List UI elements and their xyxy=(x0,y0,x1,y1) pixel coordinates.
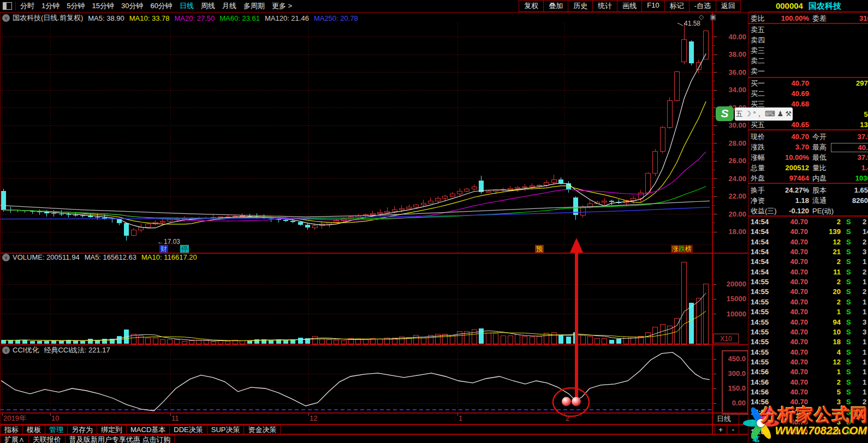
ma-legend-item-5: MA250: 20.78 xyxy=(314,14,358,22)
toolbar-button-2[interactable]: 管理 xyxy=(45,425,68,434)
weicha-label: 委差 xyxy=(812,14,827,23)
svg-text:36.00: 36.00 xyxy=(728,68,746,76)
top-menu-item-4[interactable]: 30分钟 xyxy=(121,1,143,11)
svg-text:20000: 20000 xyxy=(727,280,746,288)
top-menu-item-2[interactable]: 5分钟 xyxy=(67,1,85,11)
quote-row-2: 涨跌3.70最高40.70 xyxy=(749,142,868,152)
badge-yu[interactable]: 预 xyxy=(535,245,544,253)
app-window: 40.0038.0036.0034.0032.0030.0028.0026.00… xyxy=(0,0,868,443)
buy-row-1: 买一40.702974 xyxy=(749,79,868,88)
tick-row-15: 14:5540.7012S1 xyxy=(749,357,868,367)
zoom-in-button[interactable]: + xyxy=(715,426,727,434)
top-menu-item-1[interactable]: 1分钟 xyxy=(41,1,60,11)
top-action-item-3[interactable]: 统计 xyxy=(592,0,617,12)
top-menu-item-6[interactable]: 日线 xyxy=(180,1,194,11)
toolbar-button-6[interactable]: DDE决策 xyxy=(169,425,207,434)
sell-row-3: 卖三 xyxy=(749,46,868,56)
top-menu-item-7[interactable]: 周线 xyxy=(201,1,215,11)
toolbar2-button-2[interactable]: 普及版新用户专享优惠 点击订购 xyxy=(65,435,175,443)
top-menu-item-10[interactable]: 更多 > xyxy=(272,1,292,11)
top-action-item-7[interactable]: -自选 xyxy=(689,0,716,12)
cci-legend-item-1: 经典CCI战法: 221.17 xyxy=(44,345,110,355)
svg-text:300.0: 300.0 xyxy=(728,369,746,378)
volume-pane-header: ∨ VOLUME: 200511.94MA5: 165612.63MA10: 1… xyxy=(2,253,202,261)
svg-text:10: 10 xyxy=(51,414,59,422)
toolbar-button-7[interactable]: SUP决策 xyxy=(207,425,245,434)
tick-row-12: 14:5540.7010S3 xyxy=(749,327,868,337)
top-action-item-1[interactable]: 叠加 xyxy=(543,0,568,12)
toolbar-button-3[interactable]: 另存为 xyxy=(67,425,97,434)
watermark: 分析家公式网 WWW.70822.COM xyxy=(734,400,868,443)
badge-cai[interactable]: 财 xyxy=(159,245,168,253)
window-layout-icon[interactable] xyxy=(3,2,12,10)
ime-wrench-icon[interactable]: ⚒ xyxy=(786,107,792,121)
top-action-item-0[interactable]: 复权 xyxy=(519,0,544,12)
top-action-item-8[interactable]: 返回 xyxy=(716,0,741,12)
toolbar2-button-0[interactable]: 扩展∧ xyxy=(0,435,29,443)
ime-moon-icon[interactable]: ☽ xyxy=(745,107,751,121)
stock-code: 000004 xyxy=(776,1,803,10)
weibi-row: 委比 100.00% 委差 3168 xyxy=(749,14,868,23)
tick-row-7: 14:5540.702S1 xyxy=(749,277,868,287)
sell-row-4: 卖二 xyxy=(749,56,868,66)
tick-row-5: 14:5440.702S1 xyxy=(749,257,868,267)
quote-row-3: 涨幅10.00%最低37.50 xyxy=(749,153,868,163)
volume-legend-item-0: VOLUME: 200511.94 xyxy=(13,253,80,261)
svg-text:2019年: 2019年 xyxy=(3,414,26,422)
svg-text:24.00: 24.00 xyxy=(728,175,746,183)
tick-row-11: 14:5540.7094S3 xyxy=(749,318,868,327)
tick-row-17: 14:5640.702S1 xyxy=(749,378,868,387)
quote-row-1: 现价40.70今开37.50 xyxy=(749,132,868,142)
svg-text:22.00: 22.00 xyxy=(728,192,746,200)
badge-ting[interactable]: 停 xyxy=(180,245,189,253)
top-menu-item-9[interactable]: 多周期 xyxy=(243,1,265,11)
bottom-toolbar-2: 扩展∧关联报价普及版新用户专享优惠 点击订购 xyxy=(1,435,175,443)
ime-logo-icon[interactable]: S xyxy=(716,106,734,121)
top-menu-item-5[interactable]: 60分钟 xyxy=(150,1,172,11)
ime-punct[interactable]: °， xyxy=(753,107,763,121)
quote-row-6: 换手24.27%股本1.65亿 xyxy=(749,185,868,195)
svg-text:28.00: 28.00 xyxy=(728,139,746,147)
quote-row-5: 外盘97464内盘10304 xyxy=(749,173,868,183)
tick-row-10: 14:5540.701S1 xyxy=(749,307,868,317)
buy-row-2: 买二40.692 xyxy=(749,89,868,99)
toolbar-button-8[interactable]: 资金决策 xyxy=(243,425,281,434)
high-price-label: 41.58 xyxy=(684,20,700,27)
chart-corner-icons[interactable]: ◇ ▣ xyxy=(699,13,718,21)
top-menu-item-8[interactable]: 月线 xyxy=(222,1,236,11)
ime-wubi[interactable]: 五 xyxy=(736,107,743,121)
svg-text:40.00: 40.00 xyxy=(728,33,746,41)
toolbar-button-4[interactable]: 绑定到 xyxy=(97,425,127,434)
toolbar-button-5[interactable]: MACD基本 xyxy=(126,425,170,434)
collapse-icon[interactable]: ∨ xyxy=(2,254,10,261)
collapse-icon[interactable]: ∨ xyxy=(2,346,10,354)
top-menu-item-3[interactable]: 15分钟 xyxy=(92,1,114,11)
svg-text:X10: X10 xyxy=(720,335,732,343)
volume-legend-item-1: MA5: 165612.63 xyxy=(85,253,136,261)
toolbar-button-1[interactable]: 模板 xyxy=(22,425,45,434)
sell-row-1: 卖五 xyxy=(749,25,868,35)
ime-person-icon[interactable]: ♟ xyxy=(777,107,783,121)
top-action-item-2[interactable]: 历史 xyxy=(568,0,593,12)
low-price-label: ←17.03 xyxy=(157,238,180,246)
collapse-icon[interactable]: ∨ xyxy=(2,14,10,22)
tick-row-2: 14:5440.70139S14 xyxy=(749,227,868,237)
top-action-item-4[interactable]: 画线 xyxy=(617,0,642,12)
svg-text:34.00: 34.00 xyxy=(728,86,746,94)
cci-legend: CCI优化经典CCI战法: 221.17 xyxy=(13,345,115,355)
top-action-item-6[interactable]: 标记 xyxy=(664,0,689,12)
chart-title: 国农科技(日线.前复权) xyxy=(13,13,83,23)
cci-legend-item-0: CCI优化 xyxy=(13,345,39,355)
ime-keyboard-icon[interactable]: ⌨ xyxy=(765,107,775,121)
weibi-label: 委比 xyxy=(751,14,765,23)
svg-text:450.0: 450.0 xyxy=(728,355,746,363)
toolbar-button-0[interactable]: 指标 xyxy=(0,425,23,434)
top-action-item-5[interactable]: F10 xyxy=(641,0,664,12)
toolbar2-button-1[interactable]: 关联报价 xyxy=(28,435,66,443)
ma-legend-item-0: MA5: 38.90 xyxy=(88,14,124,22)
chart-canvas[interactable]: 40.0038.0036.0034.0032.0030.0028.0026.00… xyxy=(0,0,868,443)
badge-zhangdiebang[interactable]: 涨跌榜 xyxy=(671,245,693,253)
ma-legend-item-1: MA10: 33.78 xyxy=(129,14,170,22)
ma-legend-item-4: MA120: 21.46 xyxy=(265,14,309,22)
top-menu-item-0[interactable]: 分时 xyxy=(20,1,34,11)
